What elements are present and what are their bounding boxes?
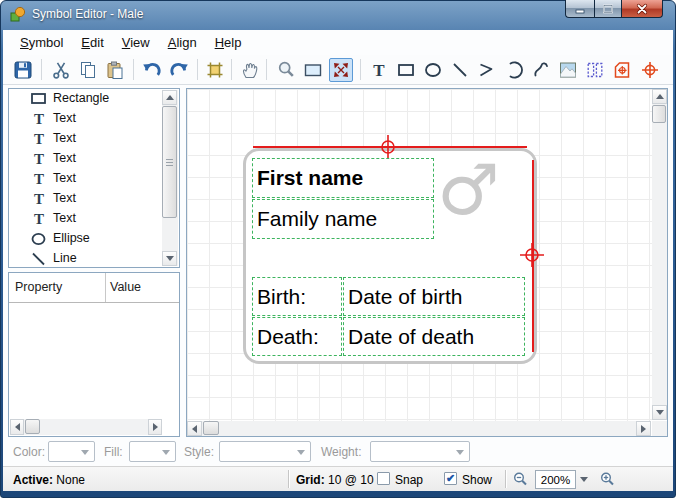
birth-value-textbox[interactable]: Date of birth xyxy=(343,277,525,316)
svg-text:T: T xyxy=(34,191,44,207)
canvas-hscroll-thumb[interactable] xyxy=(203,421,219,435)
toolbar: T xyxy=(3,55,673,85)
scroll-left-button[interactable] xyxy=(10,419,24,435)
snap-checkbox[interactable] xyxy=(377,472,390,485)
chevron-down-icon xyxy=(297,450,305,455)
family-name-textbox[interactable]: Family name xyxy=(252,199,434,239)
menu-view[interactable]: View xyxy=(113,32,159,53)
arc-tool-button[interactable] xyxy=(502,58,526,82)
zoom-level-dropdown-button[interactable] xyxy=(575,470,592,489)
show-checkbox[interactable]: ✔ xyxy=(444,472,457,485)
scroll-left-arrow xyxy=(192,425,197,433)
canvas-vscroll-thumb[interactable] xyxy=(652,105,666,123)
property-panel: Property Value xyxy=(8,272,180,437)
cut-button[interactable] xyxy=(49,58,73,82)
show-label: Show xyxy=(462,473,492,487)
chevron-down-icon xyxy=(81,450,89,455)
curve-tool-button[interactable] xyxy=(529,58,553,82)
zoom-out-button[interactable] xyxy=(512,471,529,488)
list-item-text[interactable]: T Text xyxy=(9,189,179,209)
canvas-vscrollbar[interactable] xyxy=(652,89,667,420)
crosshair-button[interactable] xyxy=(638,58,662,82)
property-hscrollbar[interactable] xyxy=(10,419,162,435)
ellipse-tool-icon xyxy=(423,60,443,80)
list-item-text[interactable]: T Text xyxy=(9,169,179,189)
drawing-canvas[interactable]: ♂ First name Family name Birth: Date of … xyxy=(187,89,652,421)
value-column-header[interactable]: Value xyxy=(110,280,141,294)
text-icon: T xyxy=(29,150,49,168)
menu-align[interactable]: Align xyxy=(159,32,206,53)
maximize-button[interactable] xyxy=(594,0,622,18)
ellipse-tool-button[interactable] xyxy=(421,58,445,82)
death-label-textbox[interactable]: Death: xyxy=(252,317,342,356)
scroll-down-button[interactable] xyxy=(162,251,177,266)
birth-label-textbox[interactable]: Birth: xyxy=(252,277,342,316)
zoom-level-value[interactable]: 200% xyxy=(535,470,576,489)
scroll-down-arrow xyxy=(656,410,664,415)
color-dropdown[interactable] xyxy=(48,441,95,462)
image-tool-icon xyxy=(558,60,578,80)
list-item-line[interactable]: Line xyxy=(9,249,179,268)
scroll-right-button[interactable] xyxy=(636,421,651,436)
list-item-text[interactable]: T Text xyxy=(9,129,179,149)
palette-scrollbar[interactable] xyxy=(162,90,178,266)
scrollbar-corner xyxy=(652,421,667,436)
redo-button[interactable] xyxy=(167,58,191,82)
toolbar-separator xyxy=(266,59,267,80)
palette-scroll-thumb[interactable] xyxy=(162,106,177,218)
pan-button[interactable] xyxy=(238,58,262,82)
text-tool-button[interactable]: T xyxy=(367,58,391,82)
zoom-to-fit-button[interactable] xyxy=(329,58,353,82)
list-item-rectangle[interactable]: Rectangle xyxy=(9,89,179,109)
titlebar[interactable]: Symbol Editor - Male xyxy=(0,0,676,30)
grid-button[interactable] xyxy=(203,58,227,82)
style-dropdown[interactable] xyxy=(219,441,311,462)
paste-button[interactable] xyxy=(103,58,127,82)
zoom-window-button[interactable] xyxy=(301,58,325,82)
property-column-header[interactable]: Property xyxy=(15,280,62,294)
ellipse-icon xyxy=(29,230,49,248)
svg-text:T: T xyxy=(34,211,44,227)
death-value-textbox[interactable]: Date of death xyxy=(343,317,525,356)
image-tool-button[interactable] xyxy=(556,58,580,82)
scroll-right-button[interactable] xyxy=(148,419,162,435)
scroll-right-arrow xyxy=(641,425,646,433)
scroll-down-button[interactable] xyxy=(652,405,667,420)
hotspot-button[interactable] xyxy=(610,58,634,82)
list-item-text[interactable]: T Text xyxy=(9,109,179,129)
copy-button[interactable] xyxy=(76,58,100,82)
format-bar: Color: Fill: Style: Weight: xyxy=(3,438,673,466)
first-name-textbox[interactable]: First name xyxy=(252,158,434,198)
menu-edit[interactable]: Edit xyxy=(72,32,112,53)
text-icon: T xyxy=(29,110,49,128)
scroll-up-button[interactable] xyxy=(652,89,667,104)
scroll-up-button[interactable] xyxy=(162,90,177,105)
list-item-text[interactable]: T Text xyxy=(9,149,179,169)
polyline-tool-button[interactable] xyxy=(475,58,499,82)
weight-dropdown[interactable] xyxy=(370,441,470,462)
canvas-panel: ♂ First name Family name Birth: Date of … xyxy=(186,88,668,437)
minimize-button[interactable] xyxy=(565,0,594,18)
menu-help[interactable]: Help xyxy=(206,32,251,53)
list-item-ellipse[interactable]: Ellipse xyxy=(9,229,179,249)
anchor-crosshair-right[interactable] xyxy=(519,242,545,268)
undo-button[interactable] xyxy=(140,58,164,82)
column-divider[interactable] xyxy=(105,273,106,302)
toolbar-separator xyxy=(133,59,134,80)
male-gender-symbol[interactable]: ♂ xyxy=(437,155,500,225)
zoom-in-button[interactable] xyxy=(599,471,616,488)
save-button[interactable] xyxy=(11,58,35,82)
property-scroll-thumb[interactable] xyxy=(25,419,40,434)
anchor-crosshair-top[interactable] xyxy=(375,134,401,160)
rectangle-tool-button[interactable] xyxy=(394,58,418,82)
canvas-hscrollbar[interactable] xyxy=(187,421,651,436)
list-item-text[interactable]: T Text xyxy=(9,209,179,229)
scroll-left-button[interactable] xyxy=(187,421,202,436)
menu-symbol[interactable]: Symbol xyxy=(11,32,72,53)
line-tool-button[interactable] xyxy=(448,58,472,82)
fill-dropdown[interactable] xyxy=(129,441,176,462)
align-markers-button[interactable] xyxy=(583,58,607,82)
shape-list-panel: Rectangle T Text T Text T Text T Text T … xyxy=(8,88,180,268)
zoom-button[interactable] xyxy=(274,58,298,82)
close-button[interactable] xyxy=(622,0,663,18)
